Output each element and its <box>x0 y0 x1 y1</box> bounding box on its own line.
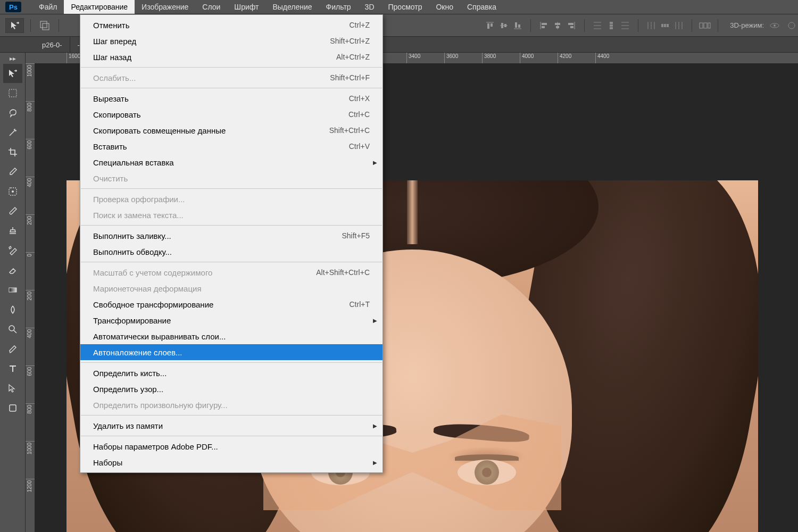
align-top-icon[interactable] <box>484 19 496 32</box>
svg-rect-4 <box>491 23 493 27</box>
menu-item-shortcut: Shift+Ctrl+Z <box>330 37 370 45</box>
blur-tool[interactable] <box>3 300 22 319</box>
menu-item[interactable]: Свободное трансформированиеCtrl+T <box>80 296 383 312</box>
distribute-vcenter-icon[interactable] <box>605 19 618 32</box>
wand-tool[interactable] <box>3 123 22 142</box>
svg-point-46 <box>12 190 14 193</box>
align-right-icon[interactable] <box>565 19 578 32</box>
menu-item[interactable]: ВырезатьCtrl+X <box>80 90 383 106</box>
shape-tool[interactable] <box>3 398 22 418</box>
menu-item: Ослабить...Shift+Ctrl+F <box>80 70 383 86</box>
crop-tool[interactable] <box>3 143 22 162</box>
svg-rect-12 <box>542 23 547 25</box>
menu-изображение[interactable]: Изображение <box>135 0 195 14</box>
menubar: Ps ФайлРедактированиеИзображениеСлоиШриф… <box>0 0 798 14</box>
svg-rect-16 <box>556 26 559 28</box>
menu-item-shortcut: Alt+Ctrl+Z <box>336 53 370 61</box>
menu-item-label: Ослабить... <box>93 73 136 82</box>
menu-справка[interactable]: Справка <box>460 0 503 14</box>
svg-rect-1 <box>43 23 49 30</box>
menu-item-label: Определить произвольную фигуру... <box>93 401 228 410</box>
menu-item[interactable]: Шаг впередShift+Ctrl+Z <box>80 33 383 49</box>
menu-item[interactable]: ВставитьCtrl+V <box>80 138 383 154</box>
menu-item-shortcut: Ctrl+Z <box>350 21 370 29</box>
menu-слои[interactable]: Слои <box>195 0 227 14</box>
menu-шрифт[interactable]: Шрифт <box>227 0 265 14</box>
menu-item-label: Определить кисть... <box>93 369 167 378</box>
distribute-left-icon[interactable] <box>645 19 658 32</box>
menu-3d[interactable]: 3D <box>358 0 381 14</box>
menu-фильтр[interactable]: Фильтр <box>319 0 358 14</box>
svg-rect-32 <box>661 24 663 27</box>
menu-item[interactable]: Автоналожение слоев... <box>80 344 383 360</box>
type-tool[interactable] <box>3 359 22 378</box>
3d-orbit-icon[interactable] <box>768 19 781 32</box>
history-tool[interactable] <box>3 241 22 260</box>
svg-rect-7 <box>504 24 506 27</box>
marquee-tool[interactable] <box>3 84 22 103</box>
menu-item-shortcut: Ctrl+X <box>349 94 370 103</box>
menu-item-label: Проверка орфографии... <box>93 195 185 204</box>
toolbox-collapse-icon[interactable]: ▸▸ <box>10 55 16 62</box>
menu-item-shortcut: Ctrl+T <box>350 300 370 309</box>
menu-item-shortcut: Ctrl+C <box>348 110 370 119</box>
menu-separator <box>81 225 382 226</box>
svg-point-43 <box>788 22 795 29</box>
pen-tool[interactable] <box>3 339 22 359</box>
distribute-right-icon[interactable] <box>672 19 685 32</box>
menu-выделение[interactable]: Выделение <box>265 0 319 14</box>
menu-item[interactable]: Выполнить заливку...Shift+F5 <box>80 228 383 244</box>
current-tool-indicator[interactable] <box>5 18 24 33</box>
menu-item[interactable]: Удалить из памяти <box>80 418 383 434</box>
menu-файл[interactable]: Файл <box>32 0 64 14</box>
3d-pan-icon[interactable] <box>785 19 798 32</box>
separator <box>530 19 531 32</box>
menu-item[interactable]: Трансформирование <box>80 312 383 328</box>
menu-item[interactable]: Наборы <box>80 454 383 470</box>
align-top-group <box>484 19 524 32</box>
distribute-top-icon[interactable] <box>591 19 604 32</box>
svg-rect-49 <box>10 405 16 411</box>
menu-item[interactable]: Выполнить обводку... <box>80 244 383 260</box>
dodge-tool[interactable] <box>3 320 22 339</box>
brush-tool[interactable] <box>3 202 22 221</box>
menu-item[interactable]: СкопироватьCtrl+C <box>80 106 383 122</box>
stamp-tool[interactable] <box>3 221 22 240</box>
menu-item: Проверка орфографии... <box>80 191 383 207</box>
align-bottom-icon[interactable] <box>511 19 524 32</box>
heal-tool[interactable] <box>3 182 22 201</box>
align-vcenter-icon[interactable] <box>497 19 510 32</box>
align-left-icon[interactable] <box>537 19 550 32</box>
menu-окно[interactable]: Окно <box>429 0 460 14</box>
eyedrop-tool[interactable] <box>3 162 22 181</box>
menu-item[interactable]: Наборы параметров Adobe PDF... <box>80 438 383 454</box>
menu-item: Марионеточная деформация <box>80 280 383 296</box>
menu-item[interactable]: Скопировать совмещенные данныеShift+Ctrl… <box>80 122 383 138</box>
align-hcenter-icon[interactable] <box>551 19 564 32</box>
move-tool[interactable] <box>3 64 22 83</box>
distribute-bottom-icon[interactable] <box>619 19 631 32</box>
menu-просмотр[interactable]: Просмотр <box>381 0 429 14</box>
menu-item[interactable]: Автоматически выравнивать слои... <box>80 328 383 344</box>
menu-item[interactable]: ОтменитьCtrl+Z <box>80 17 383 33</box>
toolbox: ▸▸ <box>0 53 26 532</box>
distribute-hcenter-icon[interactable] <box>659 19 671 32</box>
menu-item-label: Отменить <box>93 21 130 30</box>
menu-item[interactable]: Шаг назадAlt+Ctrl+Z <box>80 49 383 65</box>
menu-item: Поиск и замена текста... <box>80 207 383 223</box>
eraser-tool[interactable] <box>3 261 22 280</box>
menu-item: Масштаб с учетом содержимогоAlt+Shift+Ct… <box>80 264 383 280</box>
auto-align-button[interactable] <box>699 19 711 32</box>
lasso-tool[interactable] <box>3 103 22 122</box>
menu-item[interactable]: Специальная вставка <box>80 154 383 170</box>
auto-select-toggle[interactable] <box>37 18 52 33</box>
gradient-tool[interactable] <box>3 280 22 300</box>
document-tab[interactable]: p26-0- <box>35 37 70 52</box>
app-logo[interactable]: Ps <box>5 2 21 12</box>
menu-item-label: Скопировать <box>93 110 141 119</box>
menu-item-label: Шаг назад <box>93 53 131 62</box>
menu-редактирование[interactable]: Редактирование <box>64 0 135 14</box>
path-tool[interactable] <box>3 379 22 398</box>
menu-item[interactable]: Определить кисть... <box>80 365 383 381</box>
menu-item[interactable]: Определить узор... <box>80 381 383 397</box>
